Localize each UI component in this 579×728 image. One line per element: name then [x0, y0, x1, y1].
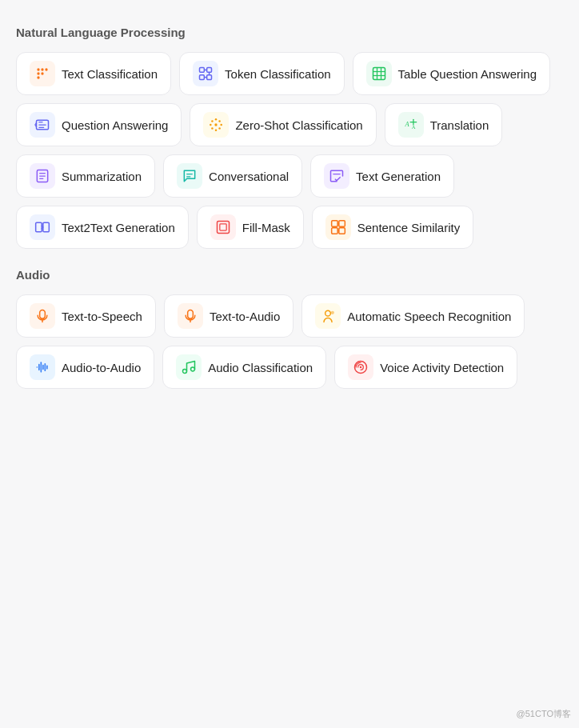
automatic-speech-recognition-label: Automatic Speech Recognition [347, 310, 511, 323]
svg-rect-9 [207, 75, 212, 80]
chip-fill-mask[interactable]: Fill-Mask [197, 206, 304, 249]
text-to-speech-label: Text-to-Speech [62, 310, 142, 323]
text2text-generation-label: Text2Text Generation [62, 221, 175, 234]
nlp-section-title: Natural Language Processing [16, 26, 563, 39]
audio-to-audio-icon [30, 354, 55, 380]
text-to-speech-icon [30, 303, 55, 329]
svg-point-65 [360, 366, 362, 369]
svg-point-26 [212, 127, 214, 130]
svg-rect-42 [220, 224, 226, 230]
svg-point-0 [37, 68, 39, 70]
voice-activity-detection-icon [348, 354, 373, 380]
svg-point-27 [219, 127, 222, 130]
nlp-chips-grid: Text ClassificationToken ClassificationT… [16, 52, 563, 249]
svg-point-19 [215, 123, 218, 126]
fill-mask-label: Fill-Mask [242, 221, 290, 234]
audio-section: Audio Text-to-SpeechText-to-AudioAutomat… [16, 268, 563, 389]
svg-rect-43 [331, 221, 337, 227]
zero-shot-classification-label: Zero-Shot Classification [235, 118, 362, 132]
translation-label: Translation [430, 118, 489, 132]
chip-text2text-generation[interactable]: Text2Text Generation [16, 206, 189, 249]
voice-activity-detection-label: Voice Activity Detection [380, 361, 504, 374]
token-classification-label: Token Classification [225, 67, 331, 81]
svg-point-63 [183, 370, 187, 374]
chip-zero-shot-classification[interactable]: Zero-Shot Classification [190, 103, 376, 146]
chip-table-question-answering[interactable]: Table Question Answering [353, 52, 550, 95]
question-answering-icon [30, 112, 55, 138]
svg-rect-6 [200, 68, 205, 73]
chip-audio-classification[interactable]: Audio Classification [162, 346, 326, 389]
chip-text-classification[interactable]: Text Classification [16, 52, 171, 95]
svg-rect-39 [36, 222, 42, 232]
audio-to-audio-label: Audio-to-Audio [62, 361, 141, 374]
svg-rect-53 [188, 310, 194, 319]
table-question-answering-label: Table Question Answering [398, 67, 537, 81]
svg-point-64 [191, 367, 195, 371]
automatic-speech-recognition-icon [315, 303, 341, 329]
svg-rect-45 [331, 228, 337, 234]
text-to-audio-label: Text-to-Audio [210, 310, 280, 323]
svg-point-4 [41, 72, 43, 74]
chip-summarization[interactable]: Summarization [16, 154, 155, 198]
svg-rect-44 [339, 221, 345, 227]
conversational-label: Conversational [209, 170, 289, 183]
svg-rect-7 [207, 68, 212, 73]
svg-point-56 [331, 311, 334, 314]
table-question-answering-icon [366, 61, 392, 86]
translation-icon: AA [398, 112, 424, 138]
chip-question-answering[interactable]: Question Answering [16, 103, 182, 146]
svg-point-20 [215, 118, 218, 121]
svg-rect-51 [40, 310, 46, 319]
svg-rect-46 [339, 228, 345, 234]
svg-point-24 [212, 120, 214, 122]
chip-conversational[interactable]: Conversational [163, 154, 302, 198]
svg-point-5 [37, 76, 39, 78]
chip-voice-activity-detection[interactable]: Voice Activity Detection [334, 346, 517, 389]
svg-point-55 [325, 310, 331, 316]
svg-point-22 [210, 124, 213, 126]
svg-rect-41 [217, 222, 229, 234]
svg-point-1 [41, 68, 43, 70]
chip-sentence-similarity[interactable]: Sentence Similarity [312, 206, 473, 249]
text-to-audio-icon [178, 303, 203, 329]
svg-point-25 [219, 120, 222, 122]
chip-translation[interactable]: AATranslation [385, 103, 503, 146]
token-classification-icon [193, 61, 218, 86]
chip-automatic-speech-recognition[interactable]: Automatic Speech Recognition [301, 294, 525, 338]
zero-shot-classification-icon [203, 112, 229, 138]
audio-classification-label: Audio Classification [208, 361, 313, 374]
text-generation-label: Text Generation [356, 170, 441, 183]
svg-point-2 [45, 68, 47, 70]
svg-rect-13 [373, 68, 385, 80]
chip-text-to-audio[interactable]: Text-to-Audio [164, 294, 293, 338]
text-classification-icon [30, 61, 55, 86]
question-answering-label: Question Answering [62, 118, 168, 132]
text-classification-label: Text Classification [62, 67, 158, 81]
sentence-similarity-label: Sentence Similarity [357, 221, 460, 234]
chip-text-generation[interactable]: Text Generation [310, 154, 454, 198]
svg-rect-8 [200, 75, 205, 80]
text-generation-icon [324, 163, 349, 189]
audio-section-title: Audio [16, 268, 563, 282]
svg-text:A: A [404, 121, 409, 128]
svg-point-23 [221, 124, 223, 126]
svg-point-3 [37, 72, 39, 74]
text2text-generation-icon [30, 214, 55, 240]
conversational-icon [177, 163, 202, 189]
audio-chips-grid: Text-to-SpeechText-to-AudioAutomatic Spe… [16, 294, 563, 389]
sentence-similarity-icon [325, 214, 351, 240]
audio-classification-icon [176, 354, 202, 380]
watermark: @51CTO博客 [517, 708, 571, 720]
summarization-icon [30, 163, 55, 189]
nlp-section: Natural Language Processing Text Classif… [16, 26, 563, 249]
chip-audio-to-audio[interactable]: Audio-to-Audio [16, 346, 154, 389]
chip-text-to-speech[interactable]: Text-to-Speech [16, 294, 156, 338]
summarization-label: Summarization [62, 170, 142, 183]
svg-rect-40 [43, 222, 50, 232]
svg-point-21 [215, 129, 218, 131]
chip-token-classification[interactable]: Token Classification [179, 52, 345, 95]
fill-mask-icon [210, 214, 236, 240]
